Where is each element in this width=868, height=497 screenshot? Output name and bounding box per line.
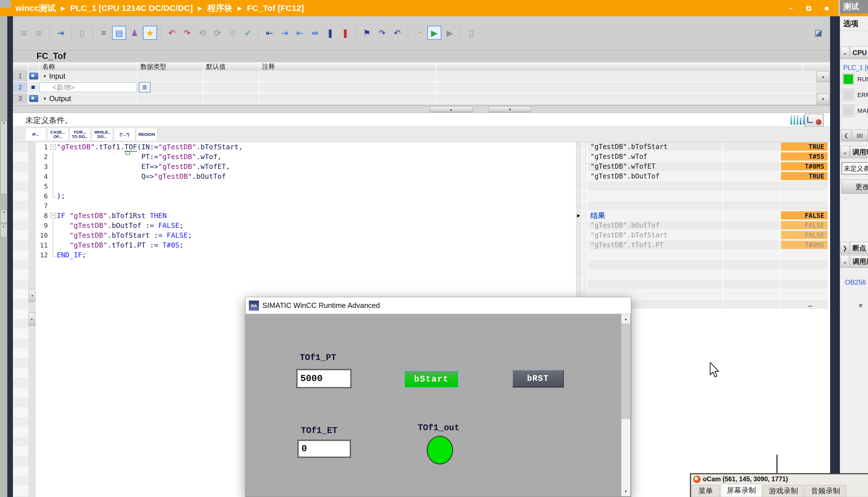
maximize-button[interactable]: ■ xyxy=(823,4,831,13)
wincc-minimize-button[interactable]: – xyxy=(800,297,820,314)
wincc-maximize-button[interactable]: □ xyxy=(826,297,845,314)
comment-toggle-icon[interactable]: ❚ xyxy=(339,26,352,40)
call-hierarchy-block-link[interactable]: OB256 xyxy=(845,279,866,286)
watch-row[interactable] xyxy=(576,260,829,270)
datatype-cell[interactable] xyxy=(138,71,203,81)
scroll-thumb[interactable] xyxy=(622,324,630,419)
restore-button[interactable]: ⧉ xyxy=(804,4,813,13)
breadcrumb-item[interactable]: wincc测试 xyxy=(15,2,56,14)
snippet-button[interactable]: IF... xyxy=(25,128,46,141)
code-line[interactable]: 6); xyxy=(36,191,586,201)
monitoring-off-icon[interactable]: ▶ xyxy=(443,26,456,40)
monitor-block-icon[interactable]: ▤ xyxy=(112,26,126,40)
name-cell[interactable]: ▼Output xyxy=(39,93,138,104)
download-icon[interactable]: ⟳ xyxy=(211,26,224,40)
insert-segment-alt-icon[interactable]: ≋ xyxy=(32,26,45,40)
breadcrumb-item[interactable]: PLC_1 [CPU 1214C DC/DC/DC] xyxy=(70,3,193,13)
lock-icon[interactable]: ▯ xyxy=(465,26,478,40)
code-line[interactable]: 8−IF "gTestDB".bTof1Rst THEN xyxy=(36,211,586,221)
new-variable-input[interactable]: <新增> xyxy=(39,82,137,92)
bookmark-icon[interactable]: ⚑ xyxy=(360,26,374,40)
ocam-tab[interactable]: 菜单 xyxy=(692,485,720,497)
name-cell[interactable]: ▼Input xyxy=(39,71,138,81)
favorites-icon[interactable]: ★ xyxy=(143,26,157,40)
gutter-scroll-left-button[interactable]: ◂ xyxy=(29,289,36,302)
tof1-pt-input[interactable]: 5000 xyxy=(297,369,352,388)
wincc-title-bar[interactable]: RA SIMATIC WinCC Runtime Advanced – □ × xyxy=(246,297,631,314)
interface-scrollbar[interactable]: ▲ ▼ xyxy=(816,71,830,104)
code-line[interactable]: 11 "gTestDB".tTof1.PT := T#0S; xyxy=(36,240,586,250)
ocam-tab[interactable]: 音频录制 xyxy=(805,485,846,497)
watch-row[interactable]: "gTestDB".bOutTofTRUE xyxy=(576,171,829,181)
table-row[interactable]: 3▼Output xyxy=(13,93,830,104)
keep-actual-values-icon[interactable]: ⇥ xyxy=(54,26,67,40)
code-line[interactable]: 9 "gTestDB".bOutTof := FALSE; xyxy=(36,221,586,230)
scroll-down-button[interactable]: ▼ xyxy=(817,94,829,104)
format-code-icon[interactable]: ⇹ xyxy=(308,26,322,40)
user-administration-icon[interactable]: ♟ xyxy=(128,26,141,40)
indent-icon[interactable]: ⇥ xyxy=(278,26,291,40)
column-header[interactable]: 默认值 xyxy=(203,62,259,71)
code-line[interactable]: 4 Q=>"gTestDB".bOutTof xyxy=(36,171,586,181)
snapshot-icon[interactable]: ▯ xyxy=(75,26,89,40)
ocam-tab[interactable]: 游戏录制 xyxy=(763,485,804,497)
split-editor-icon[interactable]: ◪ xyxy=(812,26,825,39)
default-value-cell[interactable] xyxy=(203,93,259,104)
code-line[interactable]: 3 ET=>"gTestDB".wTofET, xyxy=(36,162,586,171)
upload-icon[interactable]: ⟲ xyxy=(195,26,209,40)
watch-row[interactable] xyxy=(576,280,829,289)
breadcrumb-item[interactable]: 程序块 xyxy=(207,2,233,14)
default-value-cell[interactable] xyxy=(203,71,259,81)
minimize-button[interactable]: – xyxy=(787,4,795,13)
table-row[interactable]: 1▼Input xyxy=(13,71,830,82)
code-line[interactable]: 5 xyxy=(36,181,586,191)
wincc-close-button[interactable]: × xyxy=(851,297,868,314)
column-header[interactable]: 数据类型 xyxy=(138,62,203,71)
watch-row[interactable]: "gTestDB".wTofETT#0MS xyxy=(576,162,829,171)
code-line[interactable]: 7 xyxy=(36,201,586,211)
absolute-operands-icon[interactable]: ❚ xyxy=(323,26,337,40)
code-line[interactable]: 10 "gTestDB".bTofStart := FALSE; xyxy=(36,230,586,240)
wincc-scrollbar[interactable]: ▲ ▼ xyxy=(621,314,630,496)
unindent-icon[interactable]: ⇤ xyxy=(293,26,306,40)
snippet-button[interactable]: REGION xyxy=(136,128,157,141)
monitoring-on-icon[interactable]: ▶ xyxy=(427,26,441,40)
expand-arrow-icon[interactable]: ▼ xyxy=(43,96,47,101)
gutter-scroll-right-button[interactable]: ▸ xyxy=(29,313,36,326)
code-line[interactable]: 1−"gTestDB".tTof1.TOF(IN:="gTestDB".bTof… xyxy=(36,142,586,152)
tof1-et-input[interactable]: 0 xyxy=(298,440,351,458)
watch-row[interactable]: ▶结果FALSE xyxy=(576,211,829,221)
watch-row[interactable] xyxy=(576,250,829,260)
snippet-button[interactable]: WHILE.. DO... xyxy=(92,128,113,141)
outdent-icon[interactable]: ⇤ xyxy=(263,26,276,40)
expand-arrow-icon[interactable]: ▼ xyxy=(43,74,47,79)
table-editor-splitter[interactable]: ▲ ▼ xyxy=(13,105,830,113)
watch-row[interactable] xyxy=(576,270,829,280)
scroll-up-button[interactable]: ▲ xyxy=(817,71,829,82)
comment-cell[interactable] xyxy=(259,71,436,81)
breadcrumb-item[interactable]: FC_Tof [FC12] xyxy=(247,3,304,13)
brst-button[interactable]: bRST xyxy=(512,370,564,387)
go-online-compare-icon[interactable]: ◔ xyxy=(412,26,426,40)
datatype-cell[interactable] xyxy=(138,93,203,104)
watch-row[interactable] xyxy=(576,181,829,191)
breakpoint-button[interactable] xyxy=(804,114,824,127)
bstart-button[interactable]: bStart xyxy=(404,370,459,388)
name-cell[interactable]: <新增> xyxy=(39,82,138,93)
panel-collapse-button[interactable]: ❮ xyxy=(841,130,851,141)
column-header[interactable]: 注释 xyxy=(259,62,436,71)
cpu-panel-section-header[interactable]: ⌄ CPU 操作面板 xyxy=(840,46,868,59)
call-hierarchy-section-header[interactable]: ⌄ 调用层次 xyxy=(840,255,868,268)
watch-row[interactable] xyxy=(576,201,829,211)
datatype-cell[interactable]: ≣ xyxy=(138,82,203,93)
snippet-button[interactable]: FOR... TO DO... xyxy=(70,128,91,141)
compile-check-icon[interactable]: ✓ xyxy=(241,26,254,40)
prev-bookmark-icon[interactable]: ↶ xyxy=(390,26,404,40)
scroll-down-button[interactable]: ▼ xyxy=(621,487,630,496)
splitter-collapse-up-button[interactable]: ▲ xyxy=(430,106,472,112)
reject-icon[interactable]: ↷ xyxy=(180,26,194,40)
watch-row[interactable] xyxy=(576,191,829,201)
left-rail-collapse[interactable]: ◂ xyxy=(0,209,7,223)
discard-changes-icon[interactable]: ↶ xyxy=(165,26,179,40)
comment-cell[interactable] xyxy=(259,93,436,104)
